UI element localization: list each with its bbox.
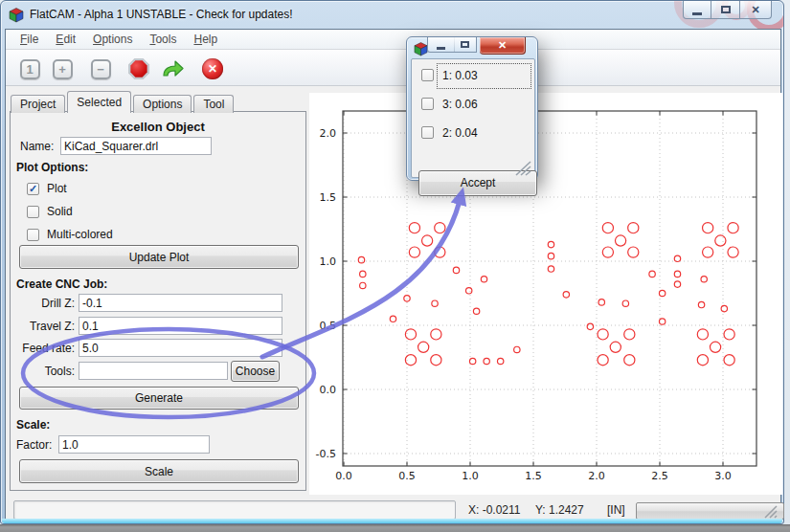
drill-hole [497,358,503,364]
plot-canvas[interactable]: 0.00.51.01.52.02.53.0-0.50.00.51.01.52.0 [309,93,782,495]
menu-edit[interactable]: Edit [47,31,84,48]
toolbar-button-zoom-in[interactable]: + [51,57,74,80]
toolbar-button-replot[interactable] [162,57,185,80]
scale-button[interactable]: Scale [19,459,299,483]
factor-input[interactable] [58,435,210,454]
travel-z-row: Travel Z: [11,317,305,336]
checkbox-solid[interactable] [27,206,39,218]
drill-hole [453,267,459,273]
travel-z-input[interactable] [79,317,282,335]
drill-hole [710,342,720,352]
drill-hole [649,271,655,277]
drill-hole [628,223,639,233]
title-bar[interactable]: FlatCAM - Alpha 1 UNSTABLE - Check for u… [1,1,783,29]
generate-button[interactable]: Generate [19,387,299,410]
toolbar-button-stop[interactable] [127,57,150,80]
drill-hole [358,256,364,262]
drill-hole [602,247,613,257]
drill-hole [514,346,520,352]
window-bottom-edge [2,519,782,523]
x-tick-label: 0.0 [335,470,352,482]
y-tick-label: 1.0 [320,255,337,268]
drill-hole [409,223,419,233]
minimize-button[interactable] [683,1,711,19]
drill-hole [698,301,704,307]
drill-hole [715,235,726,246]
tools-input[interactable] [79,362,228,380]
drill-hole [659,319,665,324]
feed-rate-input[interactable] [79,339,282,357]
screen: FlatCAM - Alpha 1 UNSTABLE - Check for u… [0,0,790,532]
dialog-minimize-button[interactable] [427,37,455,53]
number-one-icon: 1 [20,59,40,79]
tab-bar: ProjectSelectedOptionsTool [11,91,236,113]
drill-z-label: Drill Z: [41,297,75,310]
toolbar-button-delete[interactable]: ✕ [201,57,224,80]
drill-hole [563,292,569,298]
drill-hole [548,253,553,258]
green-redo-arrow-icon [162,59,185,78]
drill-hole [674,271,680,277]
plus-icon: + [53,59,73,79]
choose-button[interactable]: Choose [231,361,280,382]
checkbox-label: Plot [47,182,67,195]
x-tick-label: 0.5 [398,470,416,482]
units-label: [IN] [607,503,625,517]
checkbox-plot[interactable]: ✓ [27,183,39,195]
window-resize-grip[interactable] [763,504,779,520]
update-plot-button[interactable]: Update Plot [19,245,299,269]
drill-z-row: Drill Z: [11,294,305,313]
menu-help[interactable]: Help [185,31,226,48]
plot-svg: 0.00.51.01.52.02.53.0-0.50.00.51.01.52.0 [309,93,782,495]
name-input[interactable] [60,137,212,155]
checkbox-row-solid: Solid [27,204,73,219]
coordinate-y: Y: 1.2427 [535,503,584,517]
drill-hole [728,223,738,233]
dialog-close-button[interactable]: ✕ [480,37,526,55]
drill-hole [418,342,429,352]
drill-hole [728,247,738,257]
menu-file[interactable]: File [11,31,47,48]
toolbar-button-zoom-out[interactable]: − [89,57,112,80]
tool-label: 2: 0.04 [438,122,530,145]
drill-hole [659,290,665,296]
drill-z-input[interactable] [79,294,282,312]
close-button[interactable]: ✕ [740,1,772,19]
drill-hole [432,300,438,306]
drill-hole [721,305,727,311]
drill-hole [624,329,635,340]
toolbar-button-one[interactable]: 1 [18,57,41,80]
minimize-icon [437,47,445,50]
tool-checkbox[interactable] [421,126,434,139]
feed-rate-row: Feed rate: [11,339,305,358]
drill-hole [360,282,366,288]
dialog-resize-grip[interactable] [513,160,532,176]
menu-options[interactable]: Options [84,31,141,48]
minimize-icon [692,12,702,15]
tool-checkbox[interactable] [421,98,434,110]
tab-project[interactable]: Project [11,95,65,113]
tab-options[interactable]: Options [133,95,192,113]
name-label: Name: [20,140,54,153]
tool-row: 3: 0.06 [419,93,532,118]
drill-hole [598,299,604,305]
drill-hole [431,329,441,340]
minus-icon: − [91,59,111,79]
checkbox-row-plot: ✓Plot [27,181,67,196]
y-tick-label: -0.5 [316,448,336,460]
dialog-maximize-button[interactable] [454,37,477,53]
checkbox-label: Multi-colored [47,228,113,241]
axes-frame [343,111,756,466]
drill-hole [390,316,395,321]
checkbox-multi-colored[interactable] [27,229,39,241]
maximize-button[interactable] [711,1,740,19]
drill-hole [431,355,441,366]
tool-checkbox[interactable] [421,69,434,81]
drill-hole [674,255,680,261]
tab-tool[interactable]: Tool [193,95,234,113]
tab-selected[interactable]: Selected [67,91,131,113]
window-controls: ✕ [683,1,772,19]
menu-tools[interactable]: Tools [141,31,185,48]
drill-hole [469,358,475,364]
tool-row: 1: 0.03 [419,64,532,89]
